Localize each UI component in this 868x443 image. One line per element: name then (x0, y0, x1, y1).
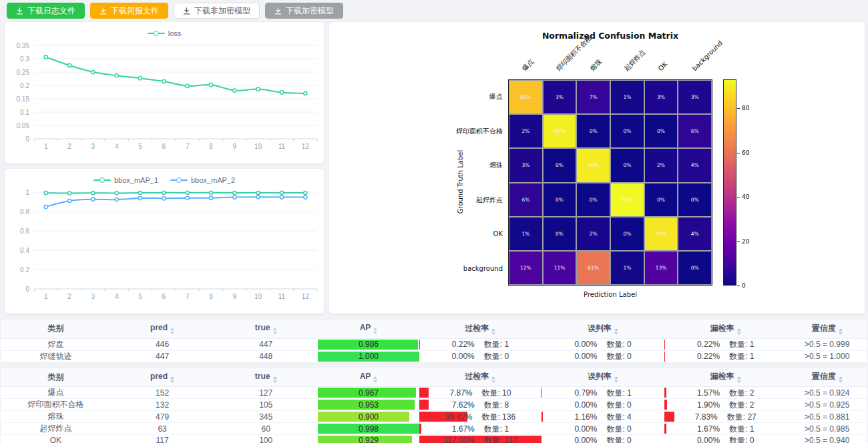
matrix-cell: 4% (678, 217, 712, 251)
legend-item-bbox_mAP_2[interactable]: bbox_mAP_2 (170, 176, 235, 184)
pred-count-cell: 63 (111, 423, 214, 435)
misjudgment-rate-cell: 0.79%数量: 1 (541, 388, 664, 398)
loss-chart-legend: loss (5, 28, 324, 39)
sort-carets-icon[interactable] (373, 328, 377, 334)
column-header-过检率[interactable]: 过检率 (419, 368, 541, 387)
table-row: 焊缝轨迹4474481.0000.00%数量: 00.00%数量: 00.22%… (1, 350, 867, 362)
matrix-cell: 0% (610, 217, 644, 251)
colorbar-tick-mark (737, 153, 740, 153)
sort-carets-icon[interactable] (170, 376, 174, 383)
column-header-漏检率[interactable]: 漏检率 (664, 368, 787, 387)
svg-text:10: 10 (254, 293, 262, 300)
table-row: 焊盘4464470.9860.22%数量: 10.00%数量: 00.22%数量… (1, 338, 867, 350)
sort-carets-icon[interactable] (273, 328, 277, 334)
matrix-colorbar (723, 79, 736, 286)
sort-carets-icon[interactable] (614, 376, 618, 383)
matrix-ylabel: Ground Truth Label (457, 115, 464, 249)
download-icon (16, 7, 23, 15)
svg-text:1: 1 (44, 293, 48, 300)
sort-carets-icon[interactable] (373, 376, 377, 383)
matrix-title: Normalized Confusion Matrix (508, 31, 712, 41)
svg-text:0.1: 0.1 (20, 109, 29, 116)
download-log-file-button[interactable]: 下载日志文件 (7, 3, 85, 19)
map-chart-legend: bbox_mAP_1bbox_mAP_2 (5, 175, 324, 185)
missed-detection-rate-cell: 7.83%数量: 27 (664, 412, 787, 422)
svg-text:0.35: 0.35 (17, 42, 30, 49)
matrix-cell: 0% (678, 251, 712, 285)
charts-section: loss 00.050.10.150.20.250.30.35123456789… (0, 21, 868, 314)
legend-line-icon (148, 30, 165, 37)
sort-carets-icon[interactable] (839, 376, 843, 383)
matrix-cell: 13% (644, 251, 678, 285)
category-cell: 焊印面积不合格 (1, 399, 111, 411)
download-report-file-button[interactable]: 下载简报文件 (90, 3, 168, 19)
true-count-cell: 105 (214, 399, 318, 411)
matrix-row-label: 熔珠 (329, 161, 503, 169)
confidence-cell: >0.5 = 0.881 (787, 411, 867, 423)
overdetection-rate-cell: 0.22%数量: 1 (419, 339, 541, 350)
column-header-pred[interactable]: pred (111, 368, 214, 387)
svg-text:0: 0 (25, 286, 29, 293)
column-header-label: true (255, 323, 270, 332)
matrix-row-label: 焊印面积不合格 (329, 127, 503, 135)
column-header-true[interactable]: true (214, 368, 318, 387)
sort-carets-icon[interactable] (737, 376, 741, 383)
matrix-cell: 3% (678, 80, 712, 114)
column-header-pred[interactable]: pred (111, 320, 214, 338)
column-header-置信度[interactable]: 置信度 (787, 320, 867, 338)
sort-carets-icon[interactable] (737, 328, 741, 335)
column-header-AP[interactable]: AP (318, 320, 419, 338)
svg-text:12: 12 (302, 293, 310, 300)
matrix-cell: 81% (509, 80, 543, 114)
sort-carets-icon[interactable] (491, 328, 495, 335)
sort-carets-icon[interactable] (614, 328, 618, 335)
sort-carets-icon[interactable] (491, 376, 495, 383)
legend-item-loss[interactable]: loss (148, 29, 182, 37)
confidence-cell: >0.5 = 0.985 (787, 423, 867, 435)
matrix-cell: 2% (509, 114, 543, 148)
column-header-漏检率[interactable]: 漏检率 (664, 320, 787, 338)
download-unencrypted-model-button[interactable]: 下载非加密模型 (174, 3, 260, 19)
column-header-AP[interactable]: AP (318, 368, 419, 387)
download-encrypted-model-button[interactable]: 下载加密模型 (265, 3, 343, 19)
matrix-cell: 3% (509, 148, 543, 182)
matrix-cell: 1% (509, 217, 543, 251)
colorbar-tick-label: 20 (742, 238, 749, 245)
metrics-table-card: 类别predtrueAP过检率误判率漏检率置信度焊盘4464470.9860.2… (0, 319, 868, 364)
matrix-cell: 0% (610, 148, 644, 182)
sort-carets-icon[interactable] (839, 328, 843, 335)
ap-cell: 0.967 (318, 388, 419, 398)
download-icon (99, 7, 107, 15)
svg-text:2: 2 (67, 293, 71, 300)
sort-carets-icon[interactable] (170, 328, 174, 334)
ap-cell: 0.929 (318, 435, 419, 443)
missed-detection-rate-cell: 0.22%数量: 1 (664, 339, 787, 350)
svg-text:0: 0 (25, 135, 29, 143)
map-chart-card: bbox_mAP_1bbox_mAP_2 00.20.40.60.8112345… (4, 168, 324, 314)
matrix-cell: 12% (509, 251, 543, 285)
svg-text:7: 7 (186, 143, 190, 150)
column-header-true[interactable]: true (214, 320, 318, 338)
table-row: 起焊炸点63600.9981.67%数量: 10.00%数量: 01.67%数量… (1, 423, 867, 435)
matrix-row-label: OK (329, 230, 503, 238)
metrics-tables: 类别predtrueAP过检率误判率漏检率置信度焊盘4464470.9860.2… (0, 319, 868, 443)
pred-count-cell: 479 (111, 411, 214, 423)
metrics-table-card: 类别predtrueAP过检率误判率漏检率置信度爆点1521270.9677.8… (0, 368, 868, 443)
column-header-置信度[interactable]: 置信度 (787, 368, 867, 387)
column-header-过检率[interactable]: 过检率 (419, 320, 541, 338)
column-header-误判率[interactable]: 误判率 (541, 320, 664, 338)
true-count-cell: 447 (214, 338, 318, 350)
metrics-table: 类别predtrueAP过检率误判率漏检率置信度焊盘4464470.9860.2… (1, 320, 867, 363)
legend-item-bbox_mAP_1[interactable]: bbox_mAP_1 (93, 176, 158, 184)
matrix-column-label: background (690, 39, 724, 73)
table-row: 爆点1521270.9677.87%数量: 100.79%数量: 11.57%数… (1, 387, 867, 399)
table-row: 熔珠4793450.90039.42%数量: 1361.16%数量: 47.83… (1, 411, 867, 423)
confidence-cell: >0.5 = 0.925 (787, 399, 867, 411)
matrix-row-label: 起焊炸点 (329, 195, 503, 204)
matrix-cell: 2% (576, 217, 610, 251)
column-header-label: pred (150, 372, 168, 381)
sort-carets-icon[interactable] (273, 376, 277, 383)
ap-cell: 0.998 (318, 424, 419, 434)
column-header-label: 置信度 (812, 372, 836, 381)
column-header-误判率[interactable]: 误判率 (541, 368, 664, 387)
